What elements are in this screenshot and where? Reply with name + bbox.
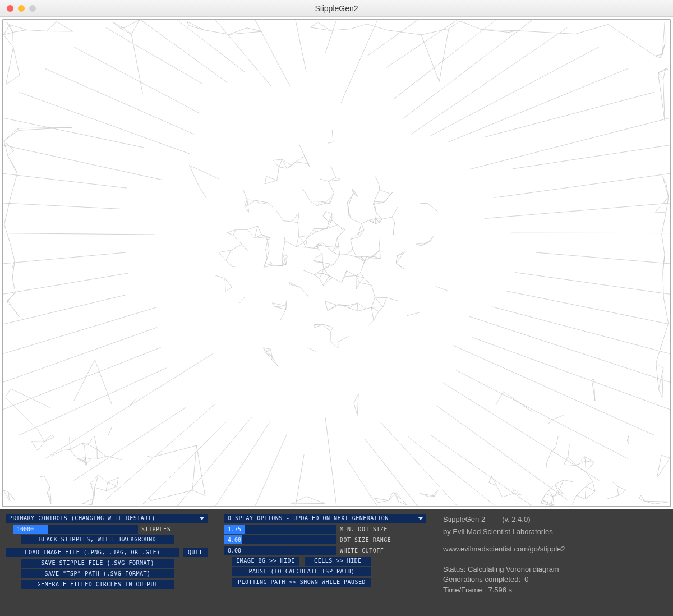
save-stipple-button[interactable]: SAVE STIPPLE FILE (.SVG FORMAT) <box>21 559 174 568</box>
save-tsp-button[interactable]: SAVE "TSP" PATH (.SVG FORMAT) <box>21 569 174 578</box>
window-titlebar: StippleGen2 <box>0 0 673 17</box>
control-panel: PRIMARY CONTROLS (CHANGING WILL RESTART)… <box>0 509 673 616</box>
byline: by Evil Mad Scientist Laboratories <box>443 527 667 536</box>
status-value: Calculating Voronoi diagram <box>468 565 559 573</box>
white-cutoff-slider[interactable]: 0.00 <box>224 546 336 555</box>
display-options-header[interactable]: DISPLAY OPTIONS - UPDATED ON NEXT GENERA… <box>224 514 426 523</box>
voronoi-diagram <box>0 17 673 509</box>
status-label: Status: <box>443 565 465 573</box>
min-dot-label: MIN. DOT SIZE <box>340 526 388 532</box>
app-name: StippleGen 2 <box>443 515 485 524</box>
quit-button[interactable]: QUIT <box>183 548 208 557</box>
dropdown-arrow-icon <box>200 517 204 520</box>
time-frame-value: 7.596 s <box>488 586 512 594</box>
stipples-slider[interactable]: 10000 <box>13 525 138 534</box>
dot-range-label: DOT SIZE RANGE <box>340 537 391 543</box>
info-column: StippleGen 2 (v. 2.4.0) by Evil Mad Scie… <box>443 514 667 612</box>
dot-range-value: 4.00 <box>224 537 241 543</box>
min-dot-slider[interactable]: 1.75 <box>224 525 336 534</box>
voronoi-canvas <box>0 17 673 509</box>
traffic-lights <box>0 5 36 12</box>
dropdown-arrow-icon <box>418 517 423 520</box>
cells-toggle[interactable]: CELLS >> HIDE <box>305 557 371 566</box>
window-title: StippleGen2 <box>0 4 673 13</box>
white-cutoff-value: 0.00 <box>224 548 241 554</box>
plotting-path-toggle[interactable]: PLOTTING PATH >> SHOWN WHILE PAUSED <box>232 578 371 587</box>
min-dot-value: 1.75 <box>224 526 241 532</box>
app-version: (v. 2.4.0) <box>502 515 530 524</box>
dot-range-slider[interactable]: 4.00 <box>224 535 336 544</box>
primary-controls-header[interactable]: PRIMARY CONTROLS (CHANGING WILL RESTART) <box>6 514 208 523</box>
url-text: www.evilmadscientist.com/go/stipple2 <box>443 545 667 554</box>
display-options-column: DISPLAY OPTIONS - UPDATED ON NEXT GENERA… <box>224 514 426 612</box>
primary-controls-column: PRIMARY CONTROLS (CHANGING WILL RESTART)… <box>6 514 208 612</box>
maximize-window-button[interactable] <box>29 5 36 12</box>
svg-rect-0 <box>3 20 670 507</box>
minimize-window-button[interactable] <box>18 5 25 12</box>
load-image-button[interactable]: LOAD IMAGE FILE (.PNG, .JPG, OR .GIF) <box>6 548 179 557</box>
close-window-button[interactable] <box>7 5 13 12</box>
generations-label: Generations completed: <box>443 575 520 583</box>
generations-value: 0 <box>524 575 528 583</box>
primary-header-label: PRIMARY CONTROLS (CHANGING WILL RESTART) <box>9 514 155 523</box>
time-frame-label: Time/Frame: <box>443 586 484 594</box>
stipples-value: 10000 <box>13 526 34 532</box>
filled-circles-toggle[interactable]: GENERATE FILLED CIRCLES IN OUTPUT <box>21 580 174 589</box>
white-cutoff-label: WHITE CUTOFF <box>340 548 384 554</box>
pause-button[interactable]: PAUSE (TO CALCULATE TSP PATH) <box>232 567 371 576</box>
stipples-label: STIPPLES <box>141 526 170 532</box>
background-toggle-button[interactable]: BLACK STIPPLES, WHITE BACKGROUND <box>21 535 174 544</box>
image-bg-toggle[interactable]: IMAGE BG >> HIDE <box>232 557 299 566</box>
display-header-label: DISPLAY OPTIONS - UPDATED ON NEXT GENERA… <box>228 514 389 523</box>
